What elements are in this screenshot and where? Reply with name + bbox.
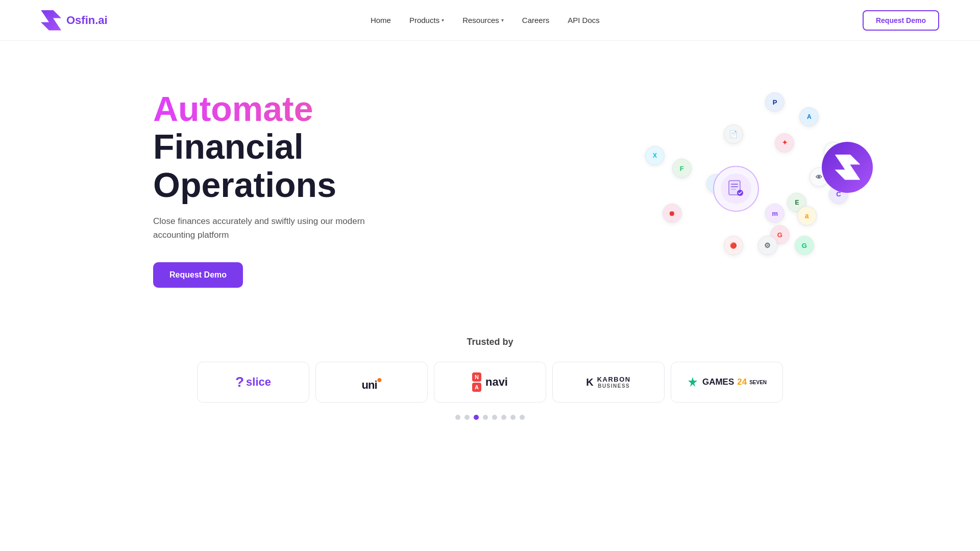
hero-section: Automate Financial Operations Close fina… [0, 41, 980, 327]
paypal-icon: P [765, 92, 785, 112]
mixpanel-icon: m [765, 204, 785, 223]
games24-logo: GAMES 24 SEVEN [687, 377, 767, 388]
dot-3[interactable] [474, 415, 479, 420]
request-demo-nav-button[interactable]: Request Demo [863, 10, 939, 31]
request-demo-hero-button[interactable]: Request Demo [153, 262, 243, 288]
nav-item-careers[interactable]: Careers [522, 16, 549, 24]
hero-content: Automate Financial Operations Close fina… [153, 90, 449, 288]
logo-card-navi: N A navi [434, 362, 546, 403]
logo-text: Osfin.ai [66, 14, 108, 27]
azure-icon: A [799, 107, 819, 127]
hero-headline-main: Financial Operations [153, 128, 449, 204]
slice-logo: ? slice [235, 374, 271, 390]
trusted-logos-row: ? slice uni• N A navi K KARBON [0, 362, 980, 403]
dot-4[interactable] [483, 415, 488, 420]
nav-links: Home Products ▾ Resources ▾ Careers API … [371, 16, 600, 24]
logo-icon [41, 10, 61, 31]
svg-marker-5 [688, 377, 697, 387]
dot-2[interactable] [464, 415, 470, 420]
svg-rect-1 [731, 184, 738, 185]
navi-logo: N A navi [472, 372, 508, 392]
nav-item-home[interactable]: Home [371, 16, 391, 24]
hero-subtext: Close finances accurately and swiftly us… [153, 214, 378, 242]
uni-logo: uni• [362, 372, 382, 392]
logo-card-karbon: K KARBON BUSINESS [552, 362, 665, 403]
jira-icon: ✦ [775, 133, 794, 153]
karbon-logo: K KARBON BUSINESS [586, 375, 631, 389]
carousel-dots [0, 415, 980, 420]
settings-icon: ⚙ [758, 236, 777, 255]
doc-icon: 📄 [724, 124, 743, 144]
integration-visual: P A 📄 ✦ F X E 🔗 👁 [633, 82, 878, 296]
trusted-section: Trusted by ? slice uni• N A navi [0, 327, 980, 440]
brand-logo-icon [835, 155, 860, 180]
nav-item-products[interactable]: Products ▾ [409, 16, 444, 24]
center-node-inner [721, 173, 751, 204]
center-node [713, 166, 759, 212]
freshdesk-icon: F [672, 159, 692, 178]
logo[interactable]: Osfin.ai [41, 10, 108, 31]
nav-item-resources[interactable]: Resources ▾ [462, 16, 504, 24]
brand-circle [822, 142, 873, 193]
svg-rect-2 [731, 186, 738, 187]
hero-headline-animated: Automate [153, 90, 449, 128]
logo-card-games24: GAMES 24 SEVEN [671, 362, 783, 403]
trusted-title: Trusted by [0, 337, 980, 347]
svg-rect-3 [731, 189, 736, 190]
chevron-down-icon: ▾ [442, 17, 444, 23]
dot-5[interactable] [492, 415, 497, 420]
greenpay-icon: G [795, 236, 814, 255]
amazon-icon: a [797, 206, 817, 226]
logo-card-uni: uni• [315, 362, 428, 403]
dot-6[interactable] [501, 415, 506, 420]
orbit-container: P A 📄 ✦ F X E 🔗 👁 [633, 82, 878, 296]
dot-8[interactable] [520, 415, 525, 420]
dot-1[interactable] [455, 415, 460, 420]
xero-icon: X [645, 146, 665, 165]
nav-item-api-docs[interactable]: API Docs [568, 16, 600, 24]
mastercard-icon: 🔴 [724, 236, 743, 255]
dot-7[interactable] [510, 415, 516, 420]
logo-card-slice: ? slice [197, 362, 309, 403]
navbar: Osfin.ai Home Products ▾ Resources ▾ Car… [0, 0, 980, 41]
chevron-down-icon: ▾ [501, 17, 504, 23]
record-icon: ⏺ [663, 204, 682, 223]
